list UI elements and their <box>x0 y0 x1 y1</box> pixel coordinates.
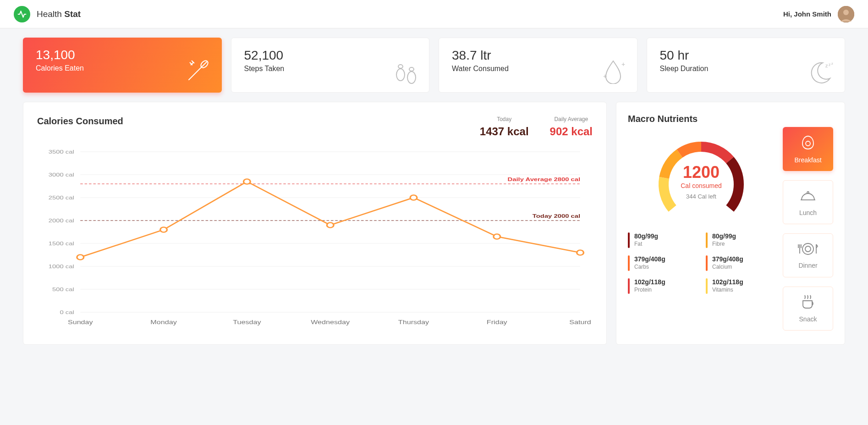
user-greeting: Hi, John Smith <box>783 10 831 18</box>
meal-tab-dinner[interactable]: Dinner <box>783 233 833 277</box>
nutrient-bar <box>706 278 708 294</box>
stat-card-water-consumed[interactable]: 38.7 ltr Water Consumed ++ <box>439 38 637 93</box>
stat-value: 13,100 <box>36 48 209 62</box>
nutrient-value: 102g/118g <box>712 278 743 286</box>
gauge-left: 344 Cal left <box>681 193 722 200</box>
chart-stat-today-label: Today <box>480 116 529 122</box>
plate-icon <box>797 242 819 258</box>
meal-tab-breakfast[interactable]: Breakfast <box>783 127 833 171</box>
stat-label: Steps Taken <box>244 65 417 73</box>
stat-cards-row: 13,100 Calories Eaten 52,100 Steps Taken… <box>23 38 845 93</box>
nutrient-bar <box>706 232 708 248</box>
svg-text:2500 cal: 2500 cal <box>49 195 74 201</box>
nutrient-name: Protein <box>634 287 665 293</box>
nutrients-grid: 80g/99g Fat 80g/99g Fibre 379g/408g Carb… <box>628 232 775 294</box>
nutrient-name: Fibre <box>712 241 736 247</box>
logo-area: Health Stat <box>14 6 81 22</box>
stat-card-steps-taken[interactable]: 52,100 Steps Taken <box>231 38 430 93</box>
stat-value: 50 hr <box>660 48 832 63</box>
app-header: Health Stat Hi, John Smith <box>0 0 868 28</box>
stat-card-sleep-duration[interactable]: 50 hr Sleep Duration zzz <box>647 38 846 93</box>
stat-card-calories-eaten[interactable]: 13,100 Calories Eaten <box>23 38 222 93</box>
meal-tab-lunch[interactable]: Lunch <box>783 180 833 224</box>
svg-point-3 <box>396 69 405 81</box>
chart-stat-today: Today 1437 kcal <box>480 116 529 138</box>
svg-text:z: z <box>829 62 831 67</box>
gauge-center: 1200 Cal consumed 344 Cal left <box>681 163 722 200</box>
svg-point-49 <box>802 243 813 254</box>
user-area[interactable]: Hi, John Smith <box>783 6 854 22</box>
svg-text:+: + <box>621 61 625 68</box>
svg-point-35 <box>327 223 334 228</box>
svg-point-4 <box>398 65 403 68</box>
svg-text:0 cal: 0 cal <box>60 309 74 315</box>
stat-label: Sleep Duration <box>660 65 832 73</box>
svg-point-46 <box>806 141 810 146</box>
stat-label: Water Consumed <box>452 65 624 73</box>
nutrient-bar <box>628 255 630 271</box>
chart-stat-avg: Daily Average 902 kcal <box>550 116 593 138</box>
svg-text:Tuesday: Tuesday <box>233 319 261 325</box>
chart-area: 0 cal500 cal1000 cal1500 cal2000 cal2500… <box>37 147 593 331</box>
calorie-gauge: 1200 Cal consumed 344 Cal left <box>651 132 752 223</box>
moon-icon: zzz <box>807 60 835 86</box>
nutrient-value: 80g/99g <box>712 232 736 240</box>
svg-text:+: + <box>603 72 607 80</box>
svg-text:Saturd: Saturd <box>569 319 591 325</box>
svg-text:Sunday: Sunday <box>68 319 93 325</box>
svg-point-5 <box>407 72 416 83</box>
chart-stat-today-value: 1437 kcal <box>480 125 529 138</box>
gauge-wrap: 1200 Cal consumed 344 Cal left <box>628 127 775 232</box>
chart-stat-avg-value: 902 kcal <box>550 125 593 138</box>
svg-text:3000 cal: 3000 cal <box>49 172 74 178</box>
nutrient-bar <box>628 232 630 248</box>
nutrient-value: 80g/99g <box>634 232 658 240</box>
svg-point-1 <box>843 10 849 15</box>
svg-text:Monday: Monday <box>150 319 177 325</box>
svg-text:Thursday: Thursday <box>398 319 429 325</box>
content-row: Calories Consumed Today 1437 kcal Daily … <box>23 102 845 345</box>
macro-body: 1200 Cal consumed 344 Cal left 80g/99g F… <box>628 127 833 331</box>
nutrient-name: Vitamins <box>712 287 743 293</box>
nutrient-fibre: 80g/99g Fibre <box>706 232 775 248</box>
svg-text:1000 cal: 1000 cal <box>49 264 74 270</box>
nutrient-name: Fat <box>634 241 658 247</box>
svg-text:Daily Average 2800 cal: Daily Average 2800 cal <box>508 177 580 182</box>
stat-label: Calories Eaten <box>36 64 209 72</box>
nutrient-protein: 102g/118g Protein <box>628 278 697 294</box>
svg-text:500 cal: 500 cal <box>52 287 74 293</box>
svg-text:z: z <box>831 61 833 66</box>
macro-title: Macro Nutrients <box>628 114 833 124</box>
chart-stat-avg-label: Daily Average <box>550 116 593 122</box>
nutrient-vitamins: 102g/118g Vitamins <box>706 278 775 294</box>
meal-tab-snack[interactable]: Snack <box>783 287 833 331</box>
nutrient-name: Calcium <box>712 264 743 270</box>
app-title: Health Stat <box>37 9 81 19</box>
cup-icon <box>799 294 817 312</box>
meal-tab-label: Dinner <box>798 262 817 269</box>
nutrient-carbs: 379g/408g Carbs <box>628 255 697 271</box>
calories-chart-card: Calories Consumed Today 1437 kcal Daily … <box>23 102 607 345</box>
water-drop-icon: ++ <box>599 58 627 86</box>
nutrient-value: 102g/118g <box>634 278 665 286</box>
svg-text:1500 cal: 1500 cal <box>49 241 74 247</box>
macro-left: 1200 Cal consumed 344 Cal left 80g/99g F… <box>628 127 775 331</box>
chart-title: Calories Consumed <box>37 116 123 127</box>
macro-card: Macro Nutrients 1200 Cal consumed 344 Ca… <box>616 102 845 345</box>
nutrient-bar <box>628 278 630 294</box>
cloche-icon <box>799 188 817 205</box>
avatar[interactable] <box>838 6 854 22</box>
main-content: 13,100 Calories Eaten 52,100 Steps Taken… <box>0 28 868 354</box>
svg-point-34 <box>243 179 250 184</box>
svg-point-36 <box>410 195 417 200</box>
nutrient-value: 379g/408g <box>712 255 743 263</box>
svg-text:2000 cal: 2000 cal <box>49 218 74 224</box>
svg-point-33 <box>160 227 167 232</box>
utensils-icon <box>184 57 212 86</box>
stat-value: 52,100 <box>244 48 417 63</box>
chart-header: Calories Consumed Today 1437 kcal Daily … <box>37 116 593 138</box>
svg-text:z: z <box>825 63 828 68</box>
svg-text:Wednesday: Wednesday <box>311 319 350 325</box>
logo-icon <box>14 6 30 22</box>
svg-text:Friday: Friday <box>487 319 508 325</box>
